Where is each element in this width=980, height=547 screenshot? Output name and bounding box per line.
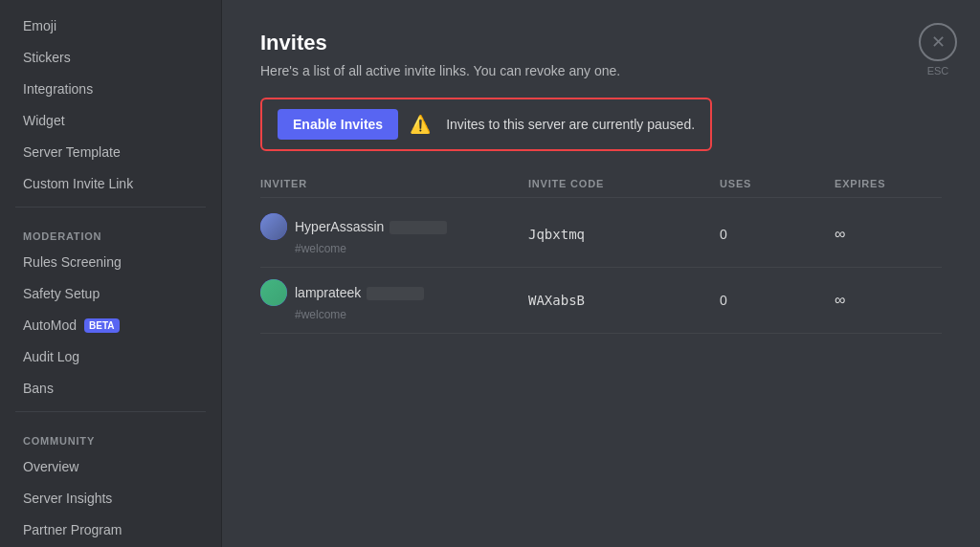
main-content: ✕ ESC Invites Here's a list of all activ… [222,0,980,547]
sidebar-item-label: Custom Invite Link [23,176,133,191]
inviter-name-row-1: HyperAssassin [260,213,528,240]
invites-paused-banner: Enable Invites ⚠️ Invites to this server… [260,98,712,151]
beta-badge: BETA [84,318,119,333]
sidebar-item-automod[interactable]: AutoMod BETA [8,310,213,340]
sidebar: Emoji Stickers Integrations Widget Serve… [0,0,222,547]
sidebar-item-server-template[interactable]: Server Template [8,137,213,167]
invite-code-2: WAXabsB [528,293,720,308]
sidebar-item-emoji[interactable]: Emoji [8,11,213,41]
sidebar-item-custom-invite-link[interactable]: Custom Invite Link [8,168,213,199]
avatar-1 [260,213,287,240]
avatar-img-1 [260,213,287,240]
sidebar-item-label: AutoMod [23,317,77,333]
close-button-wrapper: ✕ ESC [919,23,957,77]
sidebar-item-label: Emoji [23,18,56,33]
community-divider [15,411,206,412]
sidebar-item-integrations[interactable]: Integrations [8,74,213,104]
sidebar-item-label: Audit Log [23,349,79,364]
moderation-divider [15,207,206,208]
header-invite-code: INVITE CODE [528,178,720,189]
uses-2: 0 [720,293,835,308]
table-row: HyperAssassin #welcome Jqbxtmq 0 ∞ [260,202,942,268]
uses-1: 0 [720,227,835,242]
table-row: lamprateek #welcome WAXabsB 0 ∞ [260,268,942,334]
page-subtitle: Here's a list of all active invite links… [260,63,942,78]
invites-table: INVITER INVITE CODE USES EXPIRES HyperAs… [260,178,942,334]
invite-code-1: Jqbxtmq [528,227,720,242]
header-inviter: INVITER [260,178,528,189]
inviter-channel-1: #welcome [260,242,528,255]
warning-icon: ⚠️ [410,114,431,135]
inviter-cell-2: lamprateek #welcome [260,279,528,321]
avatar-img-2 [260,279,287,306]
sidebar-item-rules-screening[interactable]: Rules Screening [8,247,213,277]
community-section-label: COMMUNITY [8,420,213,450]
sidebar-item-label: Bans [23,381,54,396]
sidebar-item-audit-log[interactable]: Audit Log [8,341,213,372]
sidebar-item-label: Server Template [23,144,121,160]
sidebar-item-label: Partner Program [23,522,122,537]
sidebar-item-safety-setup[interactable]: Safety Setup [8,278,213,309]
inviter-name-row-2: lamprateek [260,279,528,306]
redacted-name-2 [367,287,424,300]
close-button[interactable]: ✕ [919,23,957,61]
sidebar-item-label: Stickers [23,50,71,65]
avatar-2 [260,279,287,306]
inviter-name-2: lamprateek [295,285,424,300]
sidebar-item-label: Integrations [23,81,93,97]
expires-1: ∞ [835,226,949,243]
expires-2: ∞ [835,292,949,309]
sidebar-item-widget[interactable]: Widget [8,105,213,136]
enable-invites-button[interactable]: Enable Invites [278,109,398,140]
inviter-channel-2: #welcome [260,308,528,321]
sidebar-item-label: Server Insights [23,491,112,506]
page-title: Invites [260,31,942,55]
sidebar-item-partner-program[interactable]: Partner Program [8,514,213,545]
table-header: INVITER INVITE CODE USES EXPIRES [260,178,942,198]
sidebar-item-label: Safety Setup [23,286,100,301]
header-uses: USES [720,178,835,189]
moderation-section-label: MODERATION [8,215,213,246]
redacted-name-1 [390,221,447,234]
sidebar-item-overview[interactable]: Overview [8,451,213,482]
header-expires: EXPIRES [835,178,949,189]
sidebar-item-stickers[interactable]: Stickers [8,42,213,73]
sidebar-item-server-insights[interactable]: Server Insights [8,483,213,514]
inviter-name-1: HyperAssassin [295,219,447,234]
sidebar-item-label: Widget [23,113,65,128]
paused-text: Invites to this server are currently pau… [446,117,695,132]
inviter-cell-1: HyperAssassin #welcome [260,213,528,255]
sidebar-item-label: Rules Screening [23,254,122,270]
sidebar-item-label: Overview [23,459,78,474]
sidebar-item-bans[interactable]: Bans [8,373,213,404]
esc-label: ESC [927,65,949,77]
